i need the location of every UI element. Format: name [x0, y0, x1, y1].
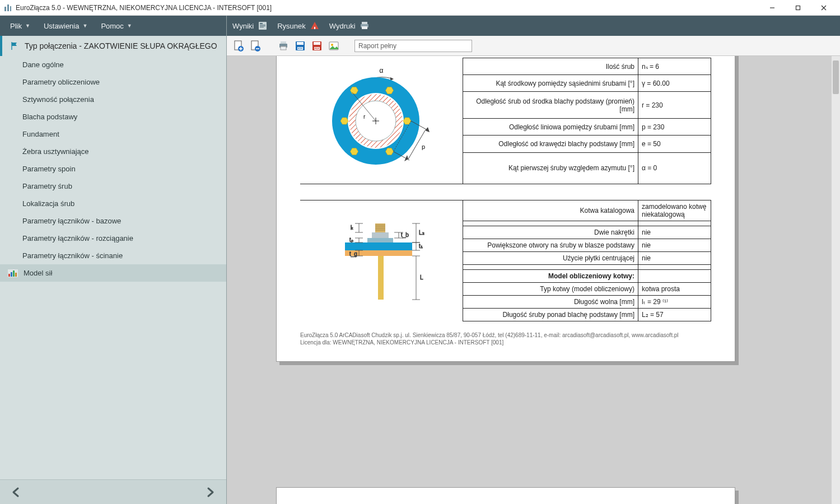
- svg-rect-32: [281, 46, 286, 50]
- scrollbar-thumb[interactable]: [833, 60, 839, 94]
- svg-rect-16: [260, 26, 265, 26]
- print-button[interactable]: [277, 40, 290, 52]
- flag-icon: [10, 41, 19, 50]
- nav-prev-button[interactable]: [8, 484, 25, 501]
- svg-rect-20: [362, 22, 367, 24]
- svg-text:t_g: t_g: [349, 251, 357, 257]
- app-icon: [3, 3, 12, 12]
- sidebar-item-dane-ogolne[interactable]: Dane ogólne: [0, 56, 226, 73]
- save-pdf-button[interactable]: PDF: [311, 40, 323, 52]
- page-remove-button[interactable]: [249, 40, 262, 52]
- svg-rect-71: [367, 238, 393, 242]
- sidebar-header[interactable]: Typ połączenia - ZAKOTWIENIE SŁUPA OKRĄG…: [0, 36, 226, 56]
- sidebar-item-blacha-podstawy[interactable]: Blacha podstawy: [0, 108, 226, 125]
- report-type-field[interactable]: Raport pełny: [354, 40, 472, 52]
- svg-rect-78: [378, 256, 384, 300]
- sidebar-item-lacznikow-bazowe[interactable]: Parametry łączników - bazowe: [0, 212, 226, 230]
- flange-diagram: α: [320, 65, 443, 177]
- sidebar-item-lacznikow-rozciaganie[interactable]: Parametry łączników - rozciąganie: [0, 230, 226, 247]
- svg-rect-17: [260, 27, 264, 27]
- sidebar-item-parametry-srub[interactable]: Parametry śrub: [0, 178, 226, 195]
- tab-wydruki-label: Wydruki: [329, 22, 356, 30]
- report-table-bolts: α: [300, 58, 711, 184]
- svg-rect-12: [15, 273, 17, 277]
- svg-rect-0: [4, 7, 6, 11]
- svg-point-42: [331, 44, 333, 46]
- window-titlebar: EuroZłącza 5.0 - WEWNĘTRZNA, NIEKOMERCYJ…: [0, 0, 840, 16]
- svg-text:RTF: RTF: [298, 47, 303, 50]
- svg-rect-70: [345, 242, 412, 250]
- chevron-down-icon: ▼: [82, 23, 87, 29]
- svg-text:t_b: t_b: [401, 232, 409, 238]
- svg-rect-19: [314, 27, 315, 29]
- window-title: EuroZłącza 5.0 - WEWNĘTRZNA, NIEKOMERCYJ…: [16, 4, 272, 12]
- tab-rysunek-label: Rysunek: [277, 22, 306, 30]
- report-page-next: Projekt: Projekt złącza - Złącze Data: 2…: [276, 487, 735, 504]
- svg-rect-72: [372, 232, 389, 238]
- svg-rect-22: [362, 26, 367, 29]
- svg-rect-2: [10, 6, 11, 11]
- svg-rect-14: [260, 23, 263, 24]
- menu-ustawienia-label: Ustawienia: [44, 22, 80, 30]
- svg-rect-10: [11, 272, 12, 277]
- report-viewport: α: [227, 56, 840, 504]
- sidebar-item-fundament[interactable]: Fundament: [0, 125, 226, 143]
- svg-rect-1: [7, 4, 9, 11]
- svg-rect-11: [13, 270, 15, 277]
- anchor-section-diagram: lₜ tₚ t_g t_b: [328, 210, 435, 311]
- sidebar-item-model-sil[interactable]: Model sił: [0, 264, 226, 282]
- right-toolbar: RTF PDF Raport pełny: [227, 36, 840, 56]
- svg-marker-67: [425, 127, 430, 132]
- svg-rect-34: [297, 42, 304, 45]
- menu-pomoc[interactable]: Pomoc ▼: [95, 18, 137, 34]
- svg-text:t₁: t₁: [419, 243, 423, 249]
- svg-rect-73: [375, 223, 385, 232]
- tab-wyniki-label: Wyniki: [232, 22, 254, 30]
- model-sil-icon: [8, 269, 18, 277]
- svg-text:p: p: [422, 143, 425, 150]
- printer-icon: [360, 21, 369, 30]
- chevron-down-icon: ▼: [127, 23, 132, 29]
- svg-rect-38: [314, 42, 320, 45]
- report-type-label: Raport pełny: [358, 42, 396, 50]
- menu-pomoc-label: Pomoc: [101, 22, 123, 30]
- sidebar-item-lokalizacja-srub[interactable]: Lokalizacja śrub: [0, 195, 226, 212]
- tab-wydruki[interactable]: Wydruki: [329, 21, 369, 30]
- svg-rect-15: [260, 25, 265, 25]
- vertical-scrollbar[interactable]: [831, 56, 840, 504]
- sidebar-header-label: Typ połączenia - ZAKOTWIENIE SŁUPA OKRĄG…: [25, 41, 217, 50]
- nav-next-button[interactable]: [202, 484, 218, 501]
- chevron-down-icon: ▼: [25, 23, 30, 29]
- report-page: α: [276, 56, 735, 362]
- sidebar-item-parametry-spoin[interactable]: Parametry spoin: [0, 160, 226, 178]
- svg-text:L₂: L₂: [419, 230, 424, 236]
- menu-ustawienia[interactable]: Ustawienia ▼: [38, 18, 94, 34]
- sidebar-item-lacznikow-scinanie[interactable]: Parametry łączników - ścinanie: [0, 247, 226, 264]
- report-table-anchor: lₜ tₚ t_g t_b: [300, 200, 711, 321]
- window-maximize-button[interactable]: [785, 0, 811, 16]
- save-rtf-button[interactable]: RTF: [294, 40, 306, 52]
- svg-text:lₜ: lₜ: [351, 225, 353, 231]
- svg-marker-68: [404, 155, 408, 161]
- svg-text:L: L: [420, 274, 423, 281]
- sidebar-item-zebra[interactable]: Żebra usztywniające: [0, 143, 226, 160]
- report-page-footer: EuroZłącza 5.0 ArCADiasoft Chudzik sp.j.…: [300, 332, 711, 347]
- sidebar-item-parametry-obliczeniowe[interactable]: Parametry obliczeniowe: [0, 73, 226, 91]
- svg-text:tₚ: tₚ: [349, 237, 353, 243]
- tab-rysunek[interactable]: Rysunek: [277, 21, 319, 30]
- menu-plik[interactable]: Plik ▼: [4, 18, 36, 34]
- image-button[interactable]: [328, 40, 340, 52]
- drawing-icon: [310, 21, 319, 30]
- menubar-right: Wyniki Rysunek Wydruki: [227, 16, 840, 36]
- svg-rect-30: [281, 41, 286, 44]
- sidebar-footer: [0, 479, 226, 504]
- sidebar-item-model-sil-label: Model sił: [24, 269, 52, 277]
- svg-rect-4: [796, 6, 800, 10]
- window-close-button[interactable]: [811, 0, 837, 16]
- tab-wyniki[interactable]: Wyniki: [232, 21, 267, 30]
- page-add-button[interactable]: [232, 40, 245, 52]
- sidebar-item-sztywnosc[interactable]: Sztywność połączenia: [0, 91, 226, 108]
- svg-text:α: α: [379, 67, 383, 74]
- window-minimize-button[interactable]: [759, 0, 785, 16]
- sidebar: Typ połączenia - ZAKOTWIENIE SŁUPA OKRĄG…: [0, 36, 226, 479]
